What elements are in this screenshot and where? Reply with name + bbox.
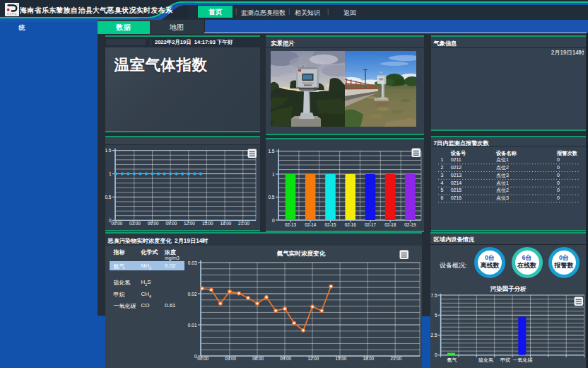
svg-text:报警次数: 报警次数 [556,150,578,156]
svg-text:3: 3 [441,173,444,178]
svg-text:0.03: 0.03 [188,260,197,265]
svg-text:02-19: 02-19 [404,222,416,227]
svg-text:0212: 0212 [451,165,462,170]
svg-text:18:00: 18:00 [363,356,375,361]
svg-text:设备号: 设备号 [450,150,466,156]
svg-text:0.02: 0.02 [188,292,197,297]
svg-text:硫化氢: 硫化氢 [478,357,493,363]
svg-text:0: 0 [272,218,275,223]
svg-text:02-18: 02-18 [384,222,396,227]
svg-text:7.5: 7.5 [431,294,437,298]
svg-text:0214: 0214 [451,180,462,185]
svg-text:15:00: 15:00 [335,356,346,361]
svg-text:6: 6 [441,195,444,200]
svg-text:1: 1 [272,172,275,177]
svg-text:02-15: 02-15 [324,222,336,227]
svg-text:点位1: 点位1 [496,180,509,186]
svg-text:5: 5 [435,313,437,318]
svg-text:02-16: 02-16 [345,222,357,227]
svg-text:03:00: 03:00 [129,221,141,226]
svg-text:0.5: 0.5 [268,195,274,200]
svg-text:0.01: 0.01 [188,323,197,328]
svg-text:0: 0 [557,188,560,192]
svg-text:0: 0 [557,173,560,178]
svg-text:点位2: 点位2 [496,165,509,171]
svg-text:02-14: 02-14 [305,222,317,227]
svg-text:2.5: 2.5 [431,333,437,338]
svg-text:0: 0 [557,180,560,185]
svg-text:00:00: 00:00 [197,356,208,361]
svg-text:21:00: 21:00 [238,221,249,226]
svg-text:2: 2 [441,165,444,170]
svg-text:点位3: 点位3 [496,195,509,201]
svg-text:00:00: 00:00 [112,221,123,226]
svg-text:03:00: 03:00 [225,356,236,361]
svg-text:12:00: 12:00 [184,221,195,226]
svg-text:点位3: 点位3 [496,173,509,178]
svg-text:0.5: 0.5 [105,195,111,200]
svg-text:18:00: 18:00 [220,221,231,226]
svg-text:0213: 0213 [451,173,462,178]
svg-text:0215: 0215 [451,188,462,192]
svg-text:0: 0 [557,157,560,162]
svg-text:21:00: 21:00 [391,356,402,361]
svg-text:4: 4 [441,180,444,185]
svg-text:科卫智造: 科卫智造 [7,13,17,16]
svg-text:06:00: 06:00 [148,221,159,226]
svg-text:15:00: 15:00 [202,221,213,226]
svg-text:09:00: 09:00 [165,221,177,226]
svg-text:0: 0 [435,352,437,357]
svg-text:点位1: 点位1 [496,157,509,163]
svg-text:设备名称: 设备名称 [495,150,517,156]
svg-text:点位2: 点位2 [496,188,509,193]
svg-text:09:00: 09:00 [280,356,291,361]
svg-text:5: 5 [441,188,444,192]
svg-text:1.5: 1.5 [105,148,111,153]
svg-text:0: 0 [557,195,560,200]
svg-text:02-13: 02-13 [285,222,297,227]
svg-text:1: 1 [109,171,112,176]
svg-text:氨气: 氨气 [447,357,457,362]
svg-text:甲烷: 甲烷 [500,357,510,363]
svg-text:0216: 0216 [451,195,462,200]
svg-text:06:00: 06:00 [252,356,264,361]
svg-text:0211: 0211 [451,157,461,162]
svg-text:02-17: 02-17 [365,222,377,227]
svg-text:氨气实时浓度变化: 氨气实时浓度变化 [276,250,327,257]
svg-text:1: 1 [441,157,444,162]
svg-text:一氧化碳: 一氧化碳 [512,357,532,363]
svg-text:0: 0 [557,165,560,170]
svg-text:12:00: 12:00 [307,356,319,361]
svg-text:1.5: 1.5 [268,149,274,154]
